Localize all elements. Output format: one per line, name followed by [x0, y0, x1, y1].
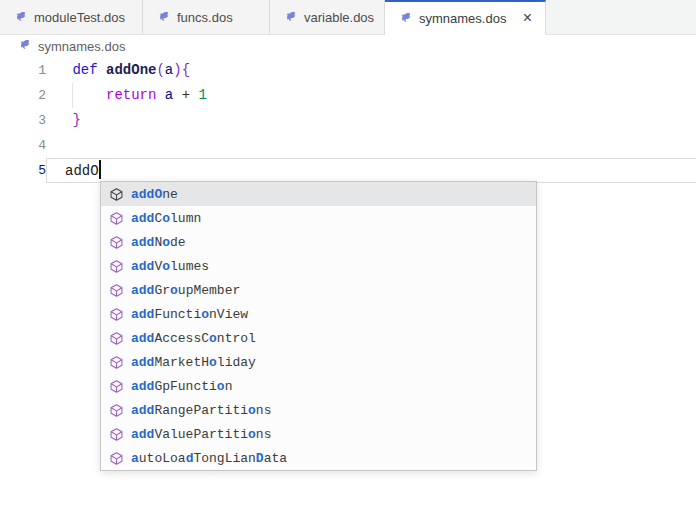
suggestion-label: addVolumes	[131, 259, 209, 274]
code-line-4[interactable]: 4	[0, 133, 696, 158]
tab-label: funcs.dos	[177, 10, 233, 25]
line-content[interactable]: addO	[46, 158, 696, 183]
indent-guide	[72, 83, 73, 108]
suggestion-label: addRangePartitions	[131, 403, 271, 418]
tab-bar-empty-space	[546, 0, 696, 35]
code-text: return a + 1	[64, 83, 696, 108]
suggestion-addVolumes[interactable]: addVolumes	[101, 254, 536, 278]
autocomplete-popup: addOneaddColumnaddNodeaddVolumesaddGroup…	[100, 181, 537, 471]
dolphindb-file-icon	[156, 10, 171, 25]
suggestion-addAccessControl[interactable]: addAccessControl	[101, 326, 536, 350]
dolphindb-file-icon	[283, 10, 298, 25]
tab-label: symnames.dos	[419, 11, 506, 26]
dolphindb-file-icon	[17, 38, 32, 56]
code-text: }	[64, 108, 696, 133]
code-line-2[interactable]: 2 return a + 1	[0, 83, 696, 108]
suggestion-label: addNode	[131, 235, 186, 250]
dolphindb-file-icon	[398, 11, 413, 26]
breadcrumb-label: symnames.dos	[38, 39, 125, 54]
suggestion-addValuePartitions[interactable]: addValuePartitions	[101, 422, 536, 446]
suggestion-label: addOne	[131, 187, 178, 202]
tab-moduleTest.dos[interactable]: moduleTest.dos	[0, 0, 143, 35]
tab-label: variable.dos	[304, 10, 374, 25]
suggestion-addGroupMember[interactable]: addGroupMember	[101, 278, 536, 302]
cube-icon	[109, 235, 124, 250]
code-line-1[interactable]: 1 def addOne(a){	[0, 58, 696, 83]
line-number: 3	[0, 108, 46, 133]
suggestion-addColumn[interactable]: addColumn	[101, 206, 536, 230]
line-content[interactable]	[46, 133, 696, 158]
code-editor[interactable]: 1 def addOne(a){2 return a + 13 }45addO	[0, 58, 696, 183]
close-tab-icon[interactable]: ×	[520, 10, 535, 26]
suggestion-addMarketHoliday[interactable]: addMarketHoliday	[101, 350, 536, 374]
line-number: 1	[0, 58, 46, 83]
suggestion-label: addValuePartitions	[131, 427, 271, 442]
cube-icon	[109, 403, 124, 418]
suggestion-addGpFunction[interactable]: addGpFunction	[101, 374, 536, 398]
cube-icon	[109, 211, 124, 226]
cube-icon	[109, 259, 124, 274]
line-content[interactable]: return a + 1	[46, 83, 696, 108]
editor-window: moduleTest.dosfuncs.dosvariable.dossymna…	[0, 0, 696, 512]
cube-icon	[109, 355, 124, 370]
cube-icon	[109, 331, 124, 346]
line-number: 2	[0, 83, 46, 108]
suggestion-label: addColumn	[131, 211, 201, 226]
breadcrumb[interactable]: symnames.dos	[0, 35, 696, 58]
tab-funcs.dos[interactable]: funcs.dos	[143, 0, 270, 35]
code-line-5[interactable]: 5addO	[0, 158, 696, 183]
suggestion-addOne[interactable]: addOne	[101, 182, 536, 206]
line-number: 4	[0, 133, 46, 158]
tab-symnames.dos[interactable]: symnames.dos×	[385, 0, 546, 35]
cube-icon	[109, 283, 124, 298]
suggestion-label: addAccessControl	[131, 331, 256, 346]
line-content[interactable]: }	[46, 108, 696, 133]
code-line-3[interactable]: 3 }	[0, 108, 696, 133]
suggestion-addFunctionView[interactable]: addFunctionView	[101, 302, 536, 326]
text-cursor	[99, 160, 101, 179]
dolphindb-file-icon	[13, 10, 28, 25]
tab-bar: moduleTest.dosfuncs.dosvariable.dossymna…	[0, 0, 696, 35]
suggestion-label: addGroupMember	[131, 283, 240, 298]
suggestion-label: addGpFunction	[131, 379, 232, 394]
cube-icon	[109, 307, 124, 322]
cube-icon	[109, 379, 124, 394]
cube-icon	[109, 187, 124, 202]
line-content[interactable]: def addOne(a){	[46, 58, 696, 83]
cube-icon	[109, 427, 124, 442]
suggestion-addNode[interactable]: addNode	[101, 230, 536, 254]
suggestion-addRangePartitions[interactable]: addRangePartitions	[101, 398, 536, 422]
line-number: 5	[0, 158, 46, 183]
tab-label: moduleTest.dos	[34, 10, 125, 25]
tab-variable.dos[interactable]: variable.dos	[270, 0, 385, 35]
suggestion-label: addFunctionView	[131, 307, 248, 322]
suggestion-autoLoadTongLianData[interactable]: autoLoadTongLianData	[101, 446, 536, 470]
code-text: def addOne(a){	[64, 58, 696, 83]
suggestion-label: addMarketHoliday	[131, 355, 256, 370]
cube-icon	[109, 451, 124, 466]
suggestion-label: autoLoadTongLianData	[131, 451, 287, 466]
